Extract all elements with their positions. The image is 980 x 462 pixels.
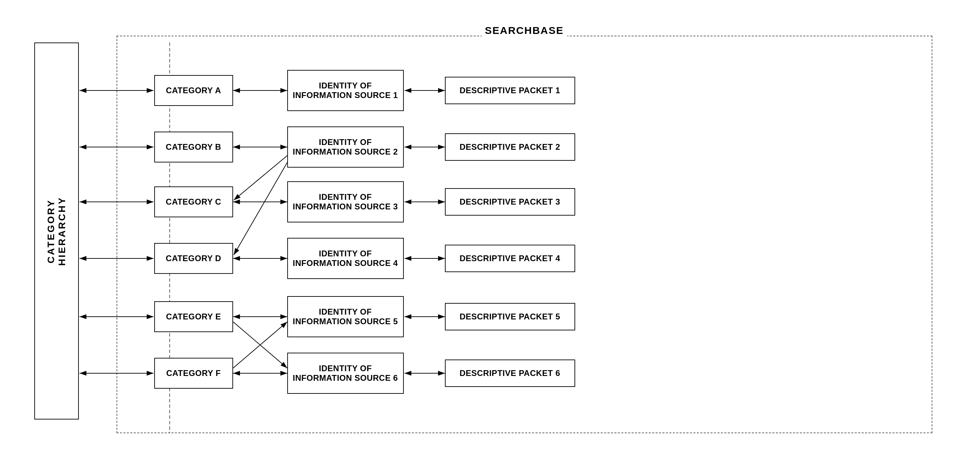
descriptive-packet-1-box: DESCRIPTIVE PACKET 1 — [445, 77, 575, 104]
searchbase-label: SEARCHBASE — [481, 25, 567, 37]
category-e-box: CATEGORY E — [154, 301, 233, 332]
identity-source-2-box: IDENTITY OF INFORMATION SOURCE 2 — [287, 127, 404, 168]
identity-source-6-box: IDENTITY OF INFORMATION SOURCE 6 — [287, 352, 404, 394]
category-hierarchy-label: CATEGORY HIERARCHY — [46, 196, 67, 266]
diagram-container: CATEGORY HIERARCHY SEARCHBASE CATEGORY A… — [27, 15, 953, 447]
category-d-box: CATEGORY D — [154, 243, 233, 274]
descriptive-packet-2-box: DESCRIPTIVE PACKET 2 — [445, 133, 575, 161]
descriptive-packet-5-box: DESCRIPTIVE PACKET 5 — [445, 303, 575, 330]
descriptive-packet-6-box: DESCRIPTIVE PACKET 6 — [445, 360, 575, 387]
category-a-box: CATEGORY A — [154, 75, 233, 106]
identity-source-4-box: IDENTITY OF INFORMATION SOURCE 4 — [287, 238, 404, 279]
identity-source-5-box: IDENTITY OF INFORMATION SOURCE 5 — [287, 296, 404, 337]
category-f-box: CATEGORY F — [154, 358, 233, 389]
descriptive-packet-4-box: DESCRIPTIVE PACKET 4 — [445, 245, 575, 272]
category-c-box: CATEGORY C — [154, 186, 233, 217]
category-b-box: CATEGORY B — [154, 132, 233, 162]
category-hierarchy-box: CATEGORY HIERARCHY — [34, 43, 79, 419]
identity-source-1-box: IDENTITY OF INFORMATION SOURCE 1 — [287, 70, 404, 111]
descriptive-packet-3-box: DESCRIPTIVE PACKET 3 — [445, 188, 575, 216]
identity-source-3-box: IDENTITY OF INFORMATION SOURCE 3 — [287, 181, 404, 222]
